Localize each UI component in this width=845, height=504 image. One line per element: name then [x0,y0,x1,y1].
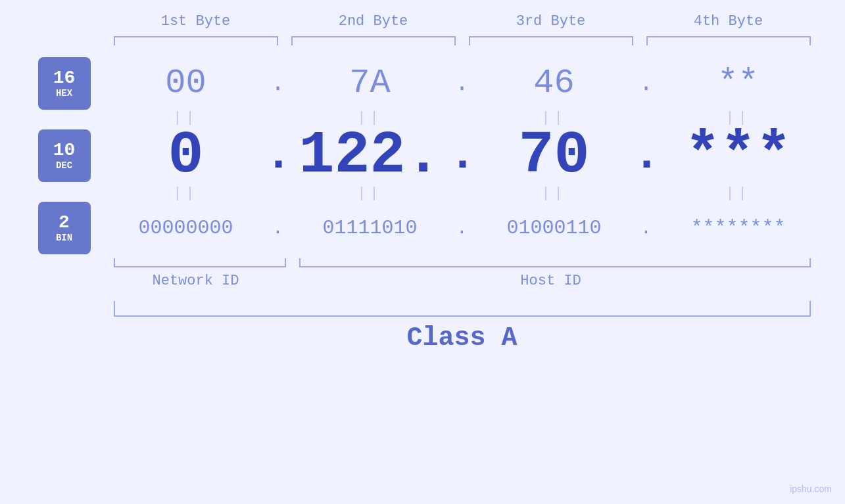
main-container: 1st Byte 2nd Byte 3rd Byte 4th Byte 16 H… [0,0,845,504]
hex-dot-3: . [633,70,660,97]
bin-dot-3: . [633,218,660,239]
eq-2-b3: || [475,185,633,202]
bottom-brackets [107,258,817,267]
bin-badge: 2 BIN [38,202,91,254]
class-bracket [114,301,811,317]
bin-dot-2: . [449,218,475,239]
byte4-header: 4th Byte [640,13,817,30]
eq-2-b2: || [291,185,449,202]
dec-dot-2: . [449,133,475,179]
dec-row: 10 DEC 0 . 122. . 70 . *** [28,126,817,185]
bin-b1: 00000000 [138,217,233,239]
bin-b3: 01000110 [506,217,601,239]
bin-row: 2 BIN 00000000 . 01111010 . 01000110 . *… [28,202,817,254]
host-id-label: Host ID [285,273,817,289]
hex-b1: 00 [165,64,206,103]
bracket-bottom-host [299,258,811,267]
bracket-top-1 [114,36,278,45]
hex-b3: 46 [533,64,574,103]
dec-badge: 10 DEC [38,129,91,182]
bin-b2: 01111010 [322,217,417,239]
eq-2-b1: || [107,185,265,202]
dec-dot-3: . [633,133,660,179]
bin-b4: ******** [690,217,785,239]
byte3-header: 3rd Byte [462,13,640,30]
byte1-header: 1st Byte [107,13,285,30]
hex-badge: 16 HEX [38,57,91,110]
equals-row-2: || || || || [28,185,817,202]
dec-b3: 70 [518,122,589,189]
eq-2-b4: || [660,185,817,202]
hex-b4: ** [717,64,758,103]
network-id-label: Network ID [107,273,285,289]
hex-row: 16 HEX 00 . 7A . 46 . ** [28,57,817,110]
dec-dot-1: . [265,133,291,179]
bracket-top-2 [291,36,456,45]
watermark: ipshu.com [790,484,832,494]
hex-dot-2: . [449,70,475,97]
dec-b4: *** [685,122,791,189]
hex-b2: 7A [349,64,390,103]
hex-dot-1: . [265,70,291,97]
bracket-top-3 [469,36,633,45]
bracket-top-4 [646,36,811,45]
class-label: Class A [406,323,517,353]
bracket-bottom-network [114,258,286,267]
bin-dot-1: . [265,218,291,239]
dec-b2: 122. [299,122,441,189]
dec-b1: 0 [168,122,203,189]
byte2-header: 2nd Byte [285,13,462,30]
class-label-row: Class A [107,323,817,353]
id-labels: Network ID Host ID [107,273,817,289]
